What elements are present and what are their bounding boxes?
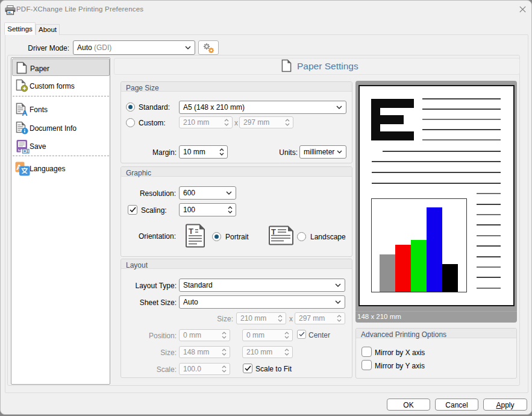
svg-text:A: A <box>22 109 28 116</box>
svg-text:T: T <box>189 227 193 236</box>
